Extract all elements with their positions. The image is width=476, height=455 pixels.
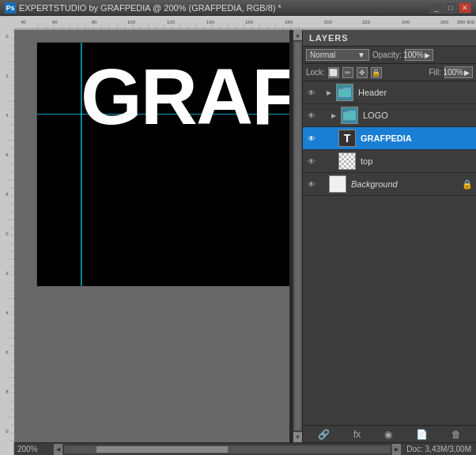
- svg-text:80: 80: [92, 20, 97, 24]
- lock-image-button[interactable]: ✏: [342, 67, 353, 78]
- svg-text:260: 260: [440, 20, 449, 24]
- new-layer-button[interactable]: 📄: [416, 429, 428, 440]
- graf-text: GRAF: [81, 52, 293, 141]
- svg-text:160: 160: [245, 20, 254, 24]
- fill-value[interactable]: 100%▶: [444, 66, 473, 78]
- lock-position-button[interactable]: ✥: [357, 67, 368, 78]
- title-bar: Ps EXPERTSTUDIO by GRAFPEDIA @ 200% (GRA…: [0, 0, 476, 16]
- svg-text:60: 60: [52, 20, 58, 24]
- folder-thumb-logo: [341, 107, 358, 124]
- layers-panel: LAYERS Normal ▼ Opacity: 100%▶ Lock: ⬜: [302, 30, 476, 442]
- add-style-button[interactable]: fx: [353, 429, 361, 440]
- opacity-label: Opacity:: [372, 51, 402, 59]
- svg-text:220: 220: [362, 20, 371, 24]
- layer-label-header: Header: [358, 88, 473, 97]
- layer-top[interactable]: 👁 top: [303, 150, 476, 173]
- layer-logo[interactable]: 👁 ▶ LOGO: [303, 104, 476, 127]
- img-thumb-background: [329, 175, 346, 193]
- svg-text:100: 100: [127, 20, 136, 24]
- add-mask-button[interactable]: ◉: [384, 429, 392, 440]
- svg-text:280: 280: [457, 20, 466, 24]
- fill-label: Fill:: [429, 68, 441, 77]
- delete-layer-button[interactable]: 🗑: [451, 429, 461, 440]
- link-layers-button[interactable]: 🔗: [318, 429, 330, 440]
- layers-panel-title: LAYERS: [303, 30, 476, 47]
- opacity-value[interactable]: 100%▶: [405, 49, 433, 61]
- svg-text:200: 200: [324, 20, 333, 24]
- layer-label-logo: LOGO: [363, 111, 473, 120]
- doc-info: Doc: 3,43M/3,00M: [401, 445, 476, 453]
- layers-bottom-toolbar: 🔗 fx ◉ 📄 🗑: [303, 425, 476, 442]
- layer-label-background: Background: [351, 179, 459, 189]
- svg-rect-0: [0, 16, 14, 442]
- canvas-area: GRAFPEDIA: [14, 30, 293, 442]
- eye-icon-background[interactable]: 👁: [306, 179, 317, 190]
- layer-label-top: top: [361, 156, 473, 166]
- vertical-scrollbar[interactable]: ▲ ▼: [293, 30, 302, 442]
- lock-all-button[interactable]: 🔒: [371, 67, 382, 78]
- svg-text:180: 180: [285, 20, 293, 24]
- svg-text:40: 40: [21, 20, 26, 24]
- scroll-right-button[interactable]: ▶: [391, 444, 401, 455]
- eye-icon-grafpedia[interactable]: 👁: [306, 133, 317, 144]
- folder-arrow-header: ▶: [327, 89, 331, 96]
- eye-icon-top[interactable]: 👁: [306, 156, 317, 167]
- eye-icon-logo[interactable]: 👁: [306, 110, 317, 121]
- lock-transparent-button[interactable]: ⬜: [328, 67, 339, 78]
- horizontal-ruler: 40 60 80 100 120 140 160 180 200 220 240…: [14, 16, 476, 30]
- layer-grafpedia[interactable]: 👁 T GRAFPEDIA: [303, 127, 476, 150]
- window-title: EXPERTSTUDIO by GRAFPEDIA @ 200% (GRAFPE…: [19, 3, 281, 13]
- window-controls[interactable]: _ □ ✕: [430, 2, 471, 13]
- layer-header[interactable]: 👁 ▶ Header: [303, 81, 476, 104]
- lock-label: Lock:: [306, 68, 325, 77]
- svg-text:140: 140: [206, 20, 215, 24]
- blend-mode-dropdown[interactable]: Normal ▼: [306, 49, 369, 61]
- blend-mode-value: Normal: [310, 51, 335, 59]
- img-thumb-top: [338, 152, 356, 170]
- grafpedia-canvas-text: GRAFPEDIA: [81, 57, 293, 136]
- layers-list: 👁 ▶ Header 👁 ▶: [303, 81, 476, 425]
- scroll-left-button[interactable]: ◀: [54, 444, 63, 455]
- svg-text:300: 300: [467, 20, 475, 24]
- svg-text:120: 120: [167, 20, 176, 24]
- folder-arrow-logo: ▶: [331, 112, 336, 119]
- minimize-button[interactable]: _: [430, 2, 443, 13]
- zoom-display: 200%: [14, 445, 54, 453]
- close-button[interactable]: ✕: [459, 2, 471, 13]
- maximize-button[interactable]: □: [444, 2, 457, 13]
- horizontal-scrollbar[interactable]: [64, 446, 391, 453]
- text-thumb-grafpedia: T: [338, 130, 356, 147]
- folder-thumb-header: [336, 84, 353, 101]
- layer-background[interactable]: 👁 Background 🔒: [303, 173, 476, 196]
- eye-icon-header[interactable]: 👁: [306, 87, 317, 98]
- vertical-ruler: 0 2 4 6 8 0 2 4 6 8 0: [0, 16, 14, 455]
- layer-label-grafpedia: GRAFPEDIA: [361, 133, 473, 143]
- lock-icon-background: 🔒: [462, 179, 473, 190]
- svg-text:240: 240: [402, 20, 410, 24]
- app-icon: Ps: [5, 2, 16, 13]
